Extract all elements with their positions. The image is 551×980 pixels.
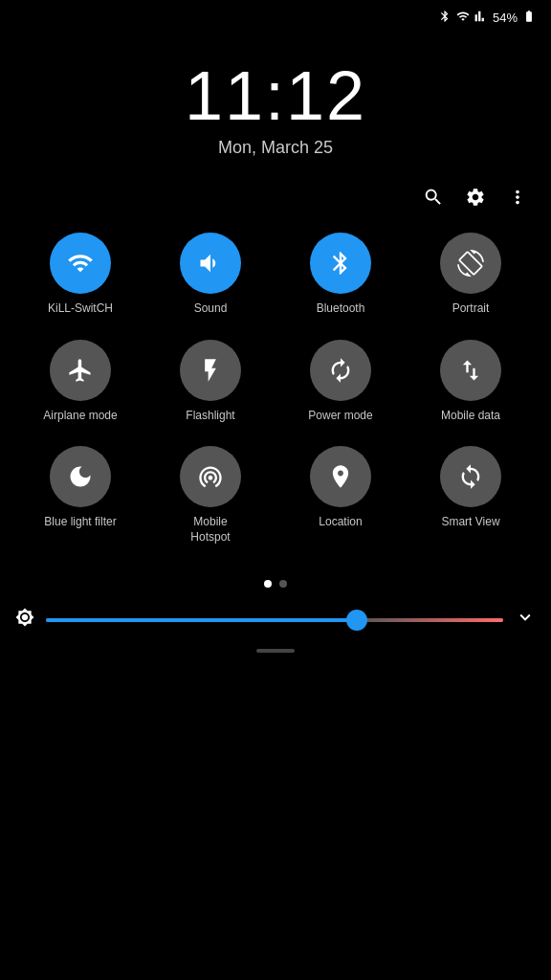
tile-wifi-label: KiLL-SwitCH — [48, 301, 113, 317]
tile-location-label: Location — [319, 515, 362, 530]
clock-time: 11:12 — [0, 58, 551, 134]
tile-hotspot-circle — [180, 446, 241, 507]
tile-powermode-label: Power mode — [308, 409, 372, 424]
bluetooth-status-icon — [438, 10, 452, 26]
tile-location-circle — [310, 446, 371, 507]
tile-bluetooth[interactable]: Bluetooth — [276, 233, 406, 317]
tile-hotspot[interactable]: Mobile Hotspot — [145, 446, 276, 545]
page-dot-2[interactable] — [279, 580, 287, 588]
tile-smartview-label: Smart View — [441, 515, 499, 530]
battery-icon — [522, 10, 536, 26]
tile-wifi[interactable]: KiLL-SwitCH — [15, 233, 145, 317]
home-indicator — [256, 649, 295, 653]
status-icons: 54% — [438, 10, 536, 26]
wifi-status-icon — [456, 10, 470, 26]
qs-toolbar — [0, 167, 551, 223]
tile-flashlight-circle — [180, 340, 241, 401]
tile-smartview-circle — [440, 446, 501, 507]
tile-bluelight[interactable]: Blue light filter — [15, 446, 145, 545]
settings-icon[interactable] — [465, 187, 486, 213]
tile-bluetooth-label: Bluetooth — [317, 301, 365, 317]
tile-sound[interactable]: Sound — [145, 233, 276, 317]
tile-mobiledata[interactable]: Mobile data — [406, 340, 536, 424]
tile-hotspot-label: Mobile Hotspot — [172, 515, 249, 545]
tile-location[interactable]: Location — [276, 446, 406, 545]
quick-settings-grid: KiLL-SwitCH Sound Bluetooth Portrait — [0, 223, 551, 545]
search-icon[interactable] — [423, 187, 444, 213]
tile-portrait-circle — [440, 233, 501, 294]
tile-airplane-circle — [50, 340, 111, 401]
page-dot-1[interactable] — [264, 580, 272, 588]
tile-mobiledata-circle — [440, 340, 501, 401]
brightness-slider-track[interactable] — [46, 618, 503, 622]
brightness-slider-thumb[interactable] — [346, 610, 367, 631]
tile-bluelight-circle — [50, 446, 111, 507]
more-options-icon[interactable] — [507, 187, 528, 213]
brightness-slider-fill — [46, 618, 357, 622]
tile-airplane[interactable]: Airplane mode — [15, 340, 145, 424]
tile-sound-circle — [180, 233, 241, 294]
tile-smartview[interactable]: Smart View — [406, 446, 536, 545]
tile-bluelight-label: Blue light filter — [44, 515, 116, 530]
tile-wifi-circle — [50, 233, 111, 294]
tile-portrait-label: Portrait — [452, 301, 490, 317]
brightness-low-icon — [15, 608, 34, 632]
tile-mobiledata-label: Mobile data — [441, 409, 500, 424]
clock-date: Mon, March 25 — [0, 138, 551, 158]
clock-section: 11:12 Mon, March 25 — [0, 30, 551, 167]
tile-portrait[interactable]: Portrait — [406, 233, 536, 317]
chevron-down-icon[interactable] — [515, 607, 536, 634]
page-indicators — [0, 580, 551, 588]
tile-airplane-label: Airplane mode — [43, 409, 117, 424]
battery-percentage: 54% — [493, 11, 518, 25]
tile-flashlight[interactable]: Flashlight — [145, 340, 276, 424]
tile-bluetooth-circle — [310, 233, 371, 294]
status-bar: 54% — [0, 0, 551, 30]
tile-flashlight-label: Flashlight — [186, 409, 234, 424]
brightness-slider-right — [357, 618, 503, 622]
tile-sound-label: Sound — [194, 301, 228, 317]
tile-powermode-circle — [310, 340, 371, 401]
tile-powermode[interactable]: Power mode — [276, 340, 406, 424]
signal-status-icon — [474, 10, 488, 26]
brightness-bar — [0, 599, 551, 641]
